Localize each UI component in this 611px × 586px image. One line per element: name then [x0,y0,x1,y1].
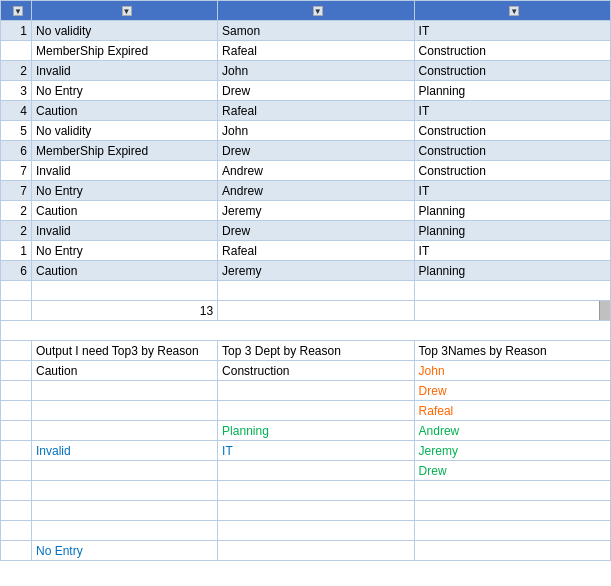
reason-cell: No Entry [32,81,218,101]
output-dept-cell: Construction [218,361,414,381]
filter-id-icon[interactable]: ▼ [13,6,23,16]
name-cell: John [218,121,414,141]
output-id-cell [1,401,32,421]
table-row: 2 Invalid John Construction [1,61,611,81]
output-reason-cell: Invalid [32,441,218,461]
id-cell: 4 [1,101,32,121]
id-cell: 6 [1,141,32,161]
output-id-cell [1,441,32,461]
dept-cell: IT [414,101,610,121]
table-row: 6 MemberShip Expired Drew Construction [1,141,611,161]
name-cell: Drew [218,221,414,241]
id-cell: 5 [1,121,32,141]
id-cell: 7 [1,161,32,181]
table-row: MemberShip Expired Rafeal Construction [1,41,611,61]
output-name-cell [414,541,610,561]
col-header-id[interactable]: ▼ [1,1,32,21]
output-dept-cell [218,381,414,401]
name-cell: Jeremy [218,261,414,281]
reason-cell: No Entry [32,241,218,261]
output-reason-cell [32,501,218,521]
output-dept-cell: Planning [218,421,414,441]
id-cell: 1 [1,241,32,261]
name-cell: Drew [218,141,414,161]
output-id-cell [1,421,32,441]
output-reason-cell [32,521,218,541]
table-row: 7 Invalid Andrew Construction [1,161,611,181]
table-row: 2 Invalid Drew Planning [1,221,611,241]
dept-cell: Planning [414,81,610,101]
id-cell [1,41,32,61]
table-row: 2 Caution Jeremy Planning [1,201,611,221]
dept-cell: IT [414,181,610,201]
dept-cell: Construction [414,161,610,181]
filter-name-icon[interactable]: ▼ [313,6,323,16]
filter-dept-icon[interactable]: ▼ [509,6,519,16]
table-row: 7 No Entry Andrew IT [1,181,611,201]
output-name-cell [414,501,610,521]
dept-cell: Construction [414,41,610,61]
col-header-name[interactable]: ▼ [218,1,414,21]
dept-cell: Construction [414,121,610,141]
dept-cell: Planning [414,221,610,241]
output-id-cell [1,501,32,521]
output-reason-cell: Caution [32,361,218,381]
output-id-cell [1,361,32,381]
output-name-cell: Drew [414,461,610,481]
output-name-cell: Jeremy [414,441,610,461]
dept-cell: IT [414,21,610,41]
output-dept-cell [218,401,414,421]
output-name-cell: Andrew [414,421,610,441]
table-header: ▼ ▼ ▼ ▼ [1,1,611,21]
output-dept-cell: IT [218,441,414,461]
name-cell: Drew [218,81,414,101]
output-reason-cell [32,461,218,481]
output-dept-cell [218,461,414,481]
name-cell: Samon [218,21,414,41]
table-row: 3 No Entry Drew Planning [1,81,611,101]
reason-cell: No validity [32,21,218,41]
count-row: 13 [1,301,611,321]
col-header-dept[interactable]: ▼ [414,1,610,21]
name-cell: Andrew [218,181,414,201]
output-reason-cell [32,401,218,421]
output-id-cell [1,481,32,501]
output-dept-cell [218,481,414,501]
id-cell: 2 [1,201,32,221]
dept-cell: Construction [414,61,610,81]
output-data-row [1,501,611,521]
dept-cell: Construction [414,141,610,161]
output-id-cell [1,381,32,401]
output-reason-cell: No Entry [32,541,218,561]
id-cell: 3 [1,81,32,101]
id-cell: 2 [1,221,32,241]
output-name-cell: Drew [414,381,610,401]
reason-cell: MemberShip Expired [32,41,218,61]
output-data-row [1,481,611,501]
name-cell: Jeremy [218,201,414,221]
output-name-cell: Rafeal [414,401,610,421]
reason-cell: Caution [32,101,218,121]
reason-cell: Invalid [32,61,218,81]
table-row: 5 No validity John Construction [1,121,611,141]
dept-cell: IT [414,241,610,261]
filter-reason-icon[interactable]: ▼ [122,6,132,16]
output-data-row: Drew [1,381,611,401]
name-cell: Rafeal [218,101,414,121]
reason-cell: Invalid [32,221,218,241]
output-data-row: Caution Construction John [1,361,611,381]
table-row: 4 Caution Rafeal IT [1,101,611,121]
output-reason-cell [32,381,218,401]
reason-cell: Caution [32,201,218,221]
id-cell: 2 [1,61,32,81]
name-cell: Rafeal [218,41,414,61]
col-header-reason[interactable]: ▼ [32,1,218,21]
output-name-cell [414,521,610,541]
output-data-row [1,521,611,541]
output-id-cell [1,461,32,481]
separator-row [1,321,611,341]
reason-cell: No Entry [32,181,218,201]
id-cell: 6 [1,261,32,281]
name-cell: Rafeal [218,241,414,261]
table-row: 1 No Entry Rafeal IT [1,241,611,261]
